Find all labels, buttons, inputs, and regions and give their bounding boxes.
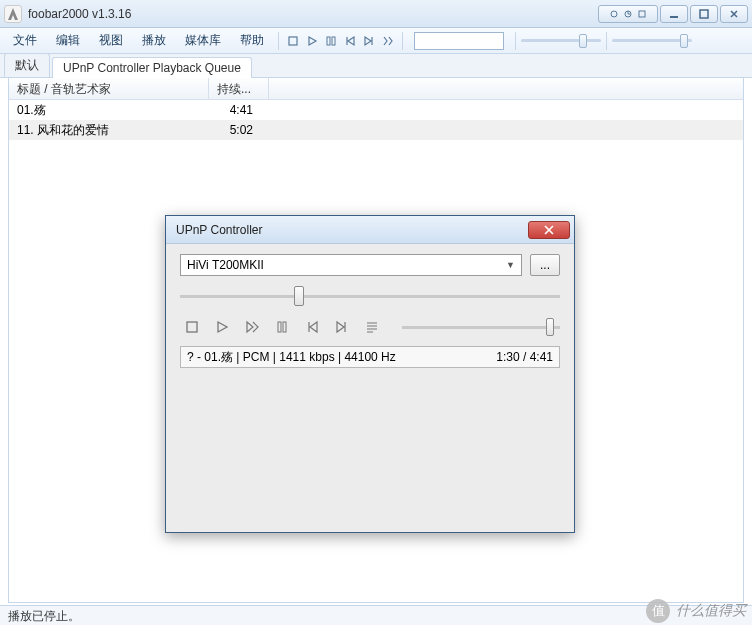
separator (515, 32, 516, 50)
track-title: 01.殇 (9, 102, 209, 119)
svg-rect-10 (283, 322, 286, 332)
search-input[interactable] (414, 32, 504, 50)
menu-file[interactable]: 文件 (4, 28, 46, 53)
separator (278, 32, 279, 50)
menu-play[interactable]: 播放 (133, 28, 175, 53)
play-button[interactable] (303, 32, 321, 50)
maximize-button[interactable] (690, 5, 718, 23)
dialog-title: UPnP Controller (176, 223, 528, 237)
dialog-titlebar[interactable]: UPnP Controller (166, 216, 574, 244)
track-title: 11. 风和花的爱情 (9, 122, 209, 139)
dlg-next-button[interactable] (330, 316, 354, 338)
pause-button[interactable] (322, 32, 340, 50)
menu-library[interactable]: 媒体库 (176, 28, 230, 53)
svg-rect-4 (700, 10, 708, 18)
dialog-seek-slider[interactable] (180, 284, 560, 308)
watermark-text: 什么值得买 (676, 602, 746, 620)
svg-rect-6 (327, 37, 330, 45)
device-select[interactable]: HiVi T200MKII ▼ (180, 254, 522, 276)
nowplaying-text: ? - 01.殇 | PCM | 1411 kbps | 44100 Hz (187, 349, 396, 366)
svg-rect-3 (670, 16, 678, 18)
upnp-controller-dialog: UPnP Controller HiVi T200MKII ▼ ... (165, 215, 575, 533)
dlg-stop-button[interactable] (180, 316, 204, 338)
table-row[interactable]: 11. 风和花的爱情 5:02 (9, 120, 743, 140)
nowplaying-time: 1:30 / 4:41 (496, 350, 553, 364)
tab-upnp-queue[interactable]: UPnP Controller Playback Queue (52, 57, 252, 78)
app-icon (4, 5, 22, 23)
dialog-controls (180, 316, 560, 338)
titlebar: foobar2000 v1.3.16 (0, 0, 752, 28)
col-title[interactable]: 标题 / 音轨艺术家 (9, 78, 209, 99)
dlg-playlist-button[interactable] (360, 316, 384, 338)
col-duration[interactable]: 持续... (209, 78, 269, 99)
status-text: 播放已停止。 (8, 609, 80, 623)
close-button[interactable] (720, 5, 748, 23)
column-headers: 标题 / 音轨艺术家 持续... (9, 78, 743, 100)
dialog-close-button[interactable] (528, 221, 570, 239)
minimize-button[interactable] (660, 5, 688, 23)
tab-default[interactable]: 默认 (4, 53, 50, 77)
table-row[interactable]: 01.殇 4:41 (9, 100, 743, 120)
menubar: 文件 编辑 视图 播放 媒体库 帮助 (0, 28, 752, 54)
dlg-play-button[interactable] (210, 316, 234, 338)
statusbar: 播放已停止。 (0, 605, 752, 625)
tabbar: 默认 UPnP Controller Playback Queue (0, 54, 752, 78)
stop-button[interactable] (284, 32, 302, 50)
chevron-down-icon: ▼ (506, 260, 515, 270)
window-extra-buttons[interactable] (598, 5, 658, 23)
svg-rect-7 (332, 37, 335, 45)
dialog-volume-slider[interactable] (402, 326, 560, 329)
prev-button[interactable] (341, 32, 359, 50)
watermark: 值 什么值得买 (646, 599, 746, 623)
watermark-badge: 值 (646, 599, 670, 623)
device-more-button[interactable]: ... (530, 254, 560, 276)
dlg-playall-button[interactable] (240, 316, 264, 338)
svg-rect-8 (187, 322, 197, 332)
random-button[interactable] (379, 32, 397, 50)
seek-slider[interactable] (521, 32, 601, 50)
dlg-prev-button[interactable] (300, 316, 324, 338)
window-title: foobar2000 v1.3.16 (28, 7, 598, 21)
separator (606, 32, 607, 50)
device-name: HiVi T200MKII (187, 258, 264, 272)
svg-rect-5 (289, 37, 297, 45)
dlg-pause-button[interactable] (270, 316, 294, 338)
svg-point-0 (611, 11, 617, 17)
menu-view[interactable]: 视图 (90, 28, 132, 53)
separator (402, 32, 403, 50)
menu-help[interactable]: 帮助 (231, 28, 273, 53)
next-button[interactable] (360, 32, 378, 50)
svg-rect-2 (639, 11, 645, 17)
nowplaying-box: ? - 01.殇 | PCM | 1411 kbps | 44100 Hz 1:… (180, 346, 560, 368)
volume-slider[interactable] (612, 32, 692, 50)
menu-edit[interactable]: 编辑 (47, 28, 89, 53)
track-duration: 5:02 (209, 123, 261, 137)
svg-rect-9 (278, 322, 281, 332)
track-duration: 4:41 (209, 103, 261, 117)
